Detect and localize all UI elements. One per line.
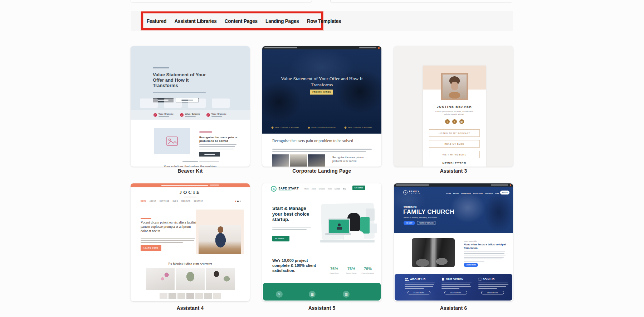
element [204, 293, 212, 299]
element [240, 201, 241, 202]
element [169, 293, 176, 299]
element [405, 284, 434, 285]
c2v: Value / Outcome id accumsan [308, 127, 336, 129]
diamond-icon [271, 126, 274, 129]
c6-ch: OUR VISION [441, 278, 474, 281]
element [272, 154, 289, 167]
tab-bar: Featured Assistant Libraries Content Pag… [131, 11, 513, 31]
tab-content-pages[interactable]: Content Pages [225, 18, 258, 24]
template-title-assistant-5: Assistant 5 [267, 305, 376, 311]
on: HOME [141, 200, 146, 202]
element: GIVE [495, 192, 499, 194]
arrow-icon: → [285, 238, 287, 240]
thumb-worship-photo [412, 238, 455, 267]
element: Happy Clients [326, 272, 342, 274]
element [405, 279, 407, 280]
thumb-site-logo: + FAMILY CHURCH [403, 190, 420, 194]
tab-landing-pages[interactable]: Landing Pages [265, 18, 299, 24]
thumb-im-new-button: I'M NEW [404, 221, 415, 225]
instagram-icon: ◎ [459, 119, 464, 124]
element: Value / Outcome [185, 113, 200, 117]
thumb-social-row: t f ◎ [423, 119, 486, 124]
element [186, 293, 194, 299]
tab-assistant-libraries[interactable]: Assistant Libraries [175, 18, 217, 24]
element [479, 278, 482, 281]
element [441, 288, 459, 289]
element [478, 288, 497, 289]
dash [153, 67, 169, 68]
c1-pl [199, 144, 236, 145]
ln [272, 227, 311, 227]
c2v: Value / Outcome id accumsan [345, 127, 372, 129]
thumb-solutions-section: Your solutions that solves the problem [131, 157, 250, 167]
thumb-value-strip: ✓Value / Outcome ✓Value / Outcome ✓Value… [131, 110, 250, 120]
element: 76% [330, 266, 338, 271]
element [164, 99, 182, 108]
element [405, 286, 433, 287]
thumb-heading: Vocent dicam putent eu vix altera facili… [141, 220, 196, 233]
element: Value / Outcome [185, 113, 200, 115]
element: Value / Outcome id accumsan [311, 127, 336, 129]
thumb-hero-heading: Value Statement of Your Offer and How It… [153, 72, 207, 88]
divider [141, 205, 240, 205]
element: About [312, 188, 316, 190]
dash [182, 161, 198, 162]
element: All Services [275, 238, 284, 240]
check-icon: ✓ [180, 113, 184, 117]
element [405, 278, 407, 279]
element: Value / Outcome [211, 113, 226, 115]
dash [210, 184, 219, 186]
cutoff-panel-left [131, 0, 312, 3]
template-card-corporate-landing[interactable]: Value Statement of Your Offer and How It… [262, 46, 381, 167]
thumb-site-logo: SAFE START [278, 187, 299, 190]
illustration-laptop [328, 218, 350, 234]
thumb-announcement-bar [131, 183, 250, 187]
element: Positive Ratings [343, 272, 360, 274]
template-card-assistant-5[interactable]: S SAFE START Home About Services Team Co… [262, 183, 381, 301]
element [464, 253, 504, 254]
template-card-beaver-kit[interactable]: Value Statement of Your Offer and How It… [131, 46, 250, 167]
template-card-assistant-6[interactable]: + FAMILY CHURCH HOME ABOUT MINISTRIES LO… [394, 183, 513, 301]
element [158, 116, 169, 117]
thumb-footer-section: ABOUT US LEARN MORE OUR VISION LEARN MOR… [395, 274, 512, 301]
thumb-footer-bar: ⧖ ▦ ▥ [263, 283, 381, 301]
safe-start-logo-icon: S [271, 186, 277, 192]
tab-row-templates[interactable]: Row Templates [307, 18, 341, 24]
template-card-assistant-3[interactable]: JUSTINE BEAVER Lorem ipsum dolor sit ame… [394, 46, 513, 167]
thumb-podcast-button: LISTEN TO MY PODCAST [429, 129, 480, 137]
element: Value / Outcome id accumsan [348, 127, 372, 129]
c1-pl [199, 149, 234, 149]
element [185, 116, 196, 117]
expand-arrows-icon [478, 278, 482, 281]
thumb-nav: HOME ABOUT SERVICES BLOG WEBINAR CONTACT [141, 200, 203, 202]
element [464, 259, 502, 259]
element [169, 139, 170, 140]
wp-admin-bar [262, 46, 381, 49]
thumb-profile-panel: JUSTINE BEAVER Lorem ipsum dolor sit ame… [423, 66, 486, 167]
element: BLOG [172, 200, 178, 202]
ln [272, 229, 307, 230]
element [478, 284, 508, 285]
template-card-assistant-4[interactable]: JOCIE HOME ABOUT SERVICES BLOG WEBINAR C… [131, 183, 250, 301]
thumb-hero-heading: Value Statement of Your Offer and How It… [277, 76, 367, 88]
thumb-site-logo: JOCIE [131, 189, 250, 195]
calendar-icon: ▦ [309, 291, 316, 298]
thumb-newsletter-heading: NEWSLETTER [423, 162, 486, 165]
thumb-tagline: A Place of Worship, Fellowship, and Grow… [404, 217, 437, 218]
c5-panel [360, 217, 370, 234]
dash [161, 185, 208, 186]
tab-featured[interactable]: Featured [147, 18, 166, 24]
thumb-column-button: LEARN MORE [408, 291, 430, 294]
thumb-social-icons [235, 201, 241, 202]
dash [199, 131, 212, 133]
thumb-dark-button [199, 152, 220, 157]
element [206, 268, 235, 290]
hourglass-icon: ⧖ [276, 291, 283, 298]
dash [279, 191, 292, 191]
element [441, 284, 470, 285]
element: LOCATIONS [473, 192, 483, 194]
element [290, 154, 307, 167]
thumb-all-services-button: All Services→ [272, 236, 289, 241]
thumb-column-button: LEARN MORE [444, 291, 467, 294]
c1v: ✓Value / Outcome [180, 113, 201, 117]
